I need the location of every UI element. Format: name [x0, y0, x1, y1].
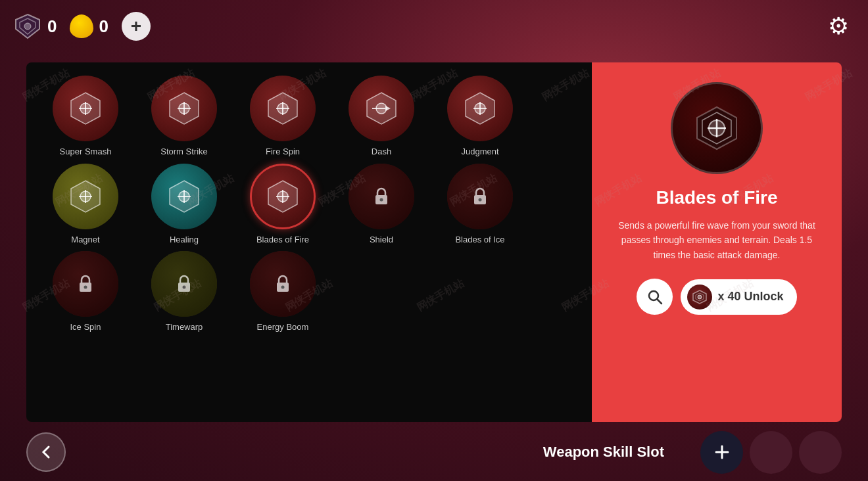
slot-circle-1[interactable] — [750, 431, 792, 474]
skill-item-dash[interactable]: Dash — [335, 76, 427, 157]
lock-overlay-timewarp — [151, 251, 217, 317]
skill-icon-dash — [362, 89, 401, 128]
skill-icon-healing — [164, 177, 204, 216]
skill-item-timewarp[interactable]: Timewarp — [138, 251, 230, 332]
skill-icon-blades-of-fire — [263, 177, 302, 216]
skill-label-ice-spin: Ice Spin — [70, 322, 101, 332]
slot-buttons — [700, 431, 842, 474]
skill-item-fire-spin[interactable]: Fire Spin — [237, 76, 329, 157]
detail-title: Blades of Fire — [656, 187, 777, 208]
slot-add-icon — [712, 442, 732, 462]
unlock-button[interactable]: x 40 Unlock — [681, 279, 796, 315]
skill-circle-ice-spin[interactable] — [53, 251, 118, 317]
skill-circle-super-smash[interactable] — [53, 76, 118, 141]
svg-point-2 — [24, 23, 31, 30]
detail-actions: x 40 Unlock — [637, 279, 796, 315]
egg-currency: 0 — [70, 14, 108, 38]
currency-area: 0 0 + — [13, 12, 151, 41]
skill-label-blades-of-ice: Blades of Ice — [455, 235, 504, 245]
skill-icon-fire-spin — [263, 89, 302, 128]
unlock-shield-icon — [687, 285, 712, 309]
back-button[interactable] — [26, 432, 66, 472]
skill-item-blades-of-ice[interactable]: Blades of Ice — [434, 164, 526, 245]
skill-circle-blades-of-ice[interactable] — [447, 164, 513, 229]
skill-row-2: Magnet Healing — [39, 164, 579, 245]
skill-label-shield: Shield — [370, 235, 393, 245]
skill-label-dash: Dash — [372, 147, 391, 157]
skill-row-3: Ice Spin Timewarp — [39, 251, 579, 332]
skill-circle-shield[interactable] — [349, 164, 414, 229]
slot-label: Weapon Skill Slot — [543, 444, 664, 461]
lock-overlay-energy-boom — [250, 251, 316, 317]
svg-point-36 — [380, 198, 383, 201]
skill-circle-timewarp[interactable] — [151, 251, 217, 317]
skill-item-judgment[interactable]: Judgment — [434, 76, 526, 157]
skill-label-timewarp: Timewarp — [166, 322, 203, 332]
skill-icon-super-smash — [66, 89, 105, 128]
skill-row-1: Super Smash Storm Strike — [39, 76, 579, 157]
detail-skill-icon — [671, 82, 763, 174]
unlock-hex-icon — [691, 288, 708, 306]
lock-overlay-blades-of-ice — [447, 164, 513, 229]
svg-line-51 — [657, 299, 662, 304]
skill-item-healing[interactable]: Healing — [138, 164, 230, 245]
skill-circle-magnet[interactable] — [53, 164, 118, 229]
lock-icon-timewarp — [172, 272, 196, 296]
skill-label-super-smash: Super Smash — [60, 147, 112, 157]
lock-icon-shield — [370, 185, 393, 208]
skill-label-magnet: Magnet — [71, 235, 99, 245]
shield-count: 0 — [47, 16, 57, 37]
egg-icon — [70, 14, 93, 38]
skill-item-blades-of-fire[interactable]: Blades of Fire — [237, 164, 329, 245]
skill-circle-dash[interactable] — [349, 76, 414, 141]
slot-add-button[interactable] — [700, 431, 743, 474]
settings-button[interactable]: ⚙ — [822, 10, 855, 43]
slot-circle-2[interactable] — [799, 431, 842, 474]
skill-icon-judgment — [460, 89, 500, 128]
skill-circle-judgment[interactable] — [447, 76, 513, 141]
skill-item-energy-boom[interactable]: Energy Boom — [237, 251, 329, 332]
search-icon — [646, 288, 664, 306]
egg-count: 0 — [99, 16, 108, 37]
skill-circle-storm-strike[interactable] — [151, 76, 217, 141]
skill-circle-blades-of-fire[interactable] — [250, 164, 316, 229]
lock-icon-energy-boom — [271, 272, 295, 296]
skill-icon-magnet — [66, 177, 105, 216]
svg-point-40 — [84, 286, 87, 289]
shield-icon — [13, 12, 42, 41]
skill-circle-healing[interactable] — [151, 164, 217, 229]
lock-overlay-shield — [349, 164, 414, 229]
skill-item-magnet[interactable]: Magnet — [39, 164, 132, 245]
skill-icon-storm-strike — [164, 89, 204, 128]
skill-label-storm-strike: Storm Strike — [160, 147, 208, 157]
skill-item-ice-spin[interactable]: Ice Spin — [39, 251, 132, 332]
skill-label-fire-spin: Fire Spin — [266, 147, 300, 157]
skill-item-super-smash[interactable]: Super Smash — [39, 76, 132, 157]
skill-item-storm-strike[interactable]: Storm Strike — [138, 76, 230, 157]
magnify-button[interactable] — [637, 279, 673, 315]
svg-point-44 — [281, 286, 285, 289]
skill-circle-fire-spin[interactable] — [250, 76, 316, 141]
skill-grid-panel: Super Smash Storm Strike — [26, 62, 592, 422]
detail-description: Sends a powerful fire wave from your swo… — [612, 218, 822, 262]
detail-hex-icon — [690, 102, 743, 154]
skill-label-judgment: Judgment — [461, 147, 498, 157]
svg-point-38 — [479, 198, 482, 201]
skill-label-blades-of-fire: Blades of Fire — [256, 235, 309, 245]
back-arrow-icon — [37, 443, 55, 461]
skill-item-shield[interactable]: Shield — [335, 164, 427, 245]
svg-point-54 — [698, 295, 702, 299]
bottom-bar: Weapon Skill Slot — [0, 423, 868, 481]
skill-label-healing: Healing — [170, 235, 199, 245]
lock-overlay-ice-spin — [53, 251, 118, 317]
skill-label-energy-boom: Energy Boom — [257, 322, 309, 332]
add-currency-button[interactable]: + — [122, 12, 151, 41]
top-bar: 0 0 + ⚙ — [0, 0, 868, 53]
main-content: Super Smash Storm Strike — [26, 62, 842, 422]
detail-panel: Blades of Fire Sends a powerful fire wav… — [592, 62, 842, 422]
shield-currency: 0 — [13, 12, 57, 41]
svg-point-42 — [183, 286, 186, 289]
lock-icon-blades-of-ice — [468, 185, 492, 208]
unlock-text: x 40 Unlock — [717, 290, 783, 304]
skill-circle-energy-boom[interactable] — [250, 251, 316, 317]
